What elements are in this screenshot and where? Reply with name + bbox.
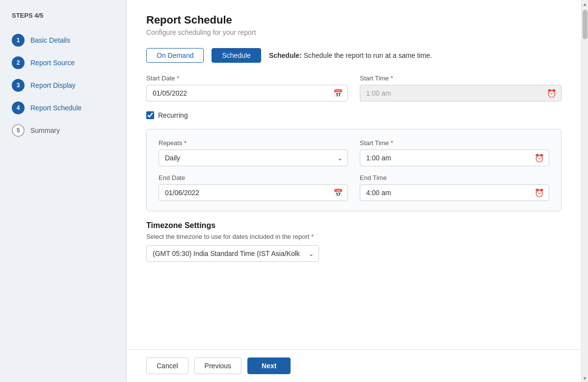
recurring-start-time-group: Start Time * ⏰ [360, 139, 549, 166]
steps-label: STEPS 4/5 [0, 12, 126, 29]
recurring-checkbox[interactable] [146, 111, 154, 119]
step-circle-4: 4 [12, 102, 25, 114]
sidebar-item-report-schedule[interactable]: 4 Report Schedule [0, 97, 126, 119]
timezone-select-wrapper: (GMT 05:30) India Standard Time (IST Asi… [146, 245, 319, 262]
recurring-start-time-wrapper: ⏰ [360, 150, 549, 166]
timezone-desc: Select the timezone to use for dates inc… [146, 233, 561, 240]
sidebar: STEPS 4/5 1 Basic Details 2 Report Sourc… [0, 0, 127, 382]
scrollbar-track: ▲ ▼ [581, 0, 588, 382]
end-time-label: End Time [360, 174, 549, 181]
step-circle-2: 2 [12, 56, 25, 69]
scrollbar-arrow-up[interactable]: ▲ [582, 0, 588, 8]
clock-icon-end[interactable]: ⏰ [535, 188, 544, 198]
recurring-start-time-label: Start Time * [360, 139, 549, 147]
recurring-start-time-input[interactable] [360, 150, 549, 166]
sidebar-item-label-2: Report Source [30, 59, 75, 67]
recurring-row: Recurring [146, 111, 561, 119]
start-date-label: Start Date * [146, 75, 348, 82]
start-date-group: Start Date * 📅 [146, 75, 348, 102]
footer: Cancel Previous Next [127, 349, 581, 382]
on-demand-button[interactable]: On Demand [146, 48, 204, 63]
main-content: Report Schedule Configure scheduling for… [127, 0, 581, 382]
step-circle-3: 3 [12, 79, 25, 92]
schedule-button[interactable]: Schedule [212, 48, 261, 63]
sidebar-item-label-1: Basic Details [30, 36, 70, 44]
cancel-button[interactable]: Cancel [146, 357, 188, 374]
end-date-label: End Date [159, 174, 348, 181]
end-time-group: End Time ⏰ [360, 174, 549, 201]
repeats-select-wrapper: Daily Weekly Monthly ⌄ [159, 150, 348, 166]
repeats-label: Repeats * [159, 139, 348, 147]
clock-icon-recurring-start[interactable]: ⏰ [535, 153, 544, 163]
start-time-top-input [360, 85, 561, 102]
timezone-section: Timezone Settings Select the timezone to… [146, 221, 561, 262]
sidebar-item-label-4: Report Schedule [30, 104, 81, 112]
sidebar-item-label-3: Report Display [30, 81, 76, 89]
start-date-input[interactable] [146, 85, 348, 102]
end-date-time-row: End Date 📅 End Time ⏰ [159, 174, 549, 201]
start-date-time-row: Start Date * 📅 Start Time * ⏰ [146, 75, 561, 102]
schedule-note-prefix: Schedule: [269, 51, 302, 59]
timezone-title: Timezone Settings [146, 221, 561, 230]
sidebar-item-report-source[interactable]: 2 Report Source [0, 51, 126, 74]
previous-button[interactable]: Previous [194, 357, 241, 374]
toggle-group: On Demand Schedule Schedule: Schedule th… [146, 48, 561, 63]
sidebar-item-label-5: Summary [30, 127, 60, 134]
clock-icon-top: ⏰ [547, 89, 557, 98]
next-button[interactable]: Next [247, 357, 291, 374]
scrollbar-arrow-down[interactable]: ▼ [582, 374, 588, 382]
end-time-wrapper: ⏰ [360, 184, 549, 201]
page-subtitle: Configure scheduling for your report [146, 28, 561, 36]
repeats-start-time-row: Repeats * Daily Weekly Monthly ⌄ Start T… [159, 139, 549, 166]
recurring-box: Repeats * Daily Weekly Monthly ⌄ Start T… [146, 129, 561, 211]
scrollbar-thumb[interactable] [583, 10, 588, 39]
content-area: Report Schedule Configure scheduling for… [127, 0, 581, 349]
end-time-input[interactable] [360, 184, 549, 201]
calendar-icon-end[interactable]: 📅 [333, 188, 343, 198]
step-circle-5: 5 [12, 124, 25, 137]
sidebar-item-report-display[interactable]: 3 Report Display [0, 74, 126, 97]
timezone-select[interactable]: (GMT 05:30) India Standard Time (IST Asi… [146, 245, 319, 262]
end-date-group: End Date 📅 [159, 174, 348, 201]
recurring-label: Recurring [158, 111, 188, 119]
start-time-top-wrapper: ⏰ [360, 85, 561, 102]
repeats-group: Repeats * Daily Weekly Monthly ⌄ [159, 139, 348, 166]
sidebar-item-basic-details[interactable]: 1 Basic Details [0, 29, 126, 51]
start-time-top-label: Start Time * [360, 75, 561, 82]
end-date-input[interactable] [159, 184, 348, 201]
repeats-select[interactable]: Daily Weekly Monthly [159, 150, 348, 166]
schedule-note: Schedule: Schedule the report to run at … [269, 51, 432, 59]
page-title: Report Schedule [146, 14, 561, 26]
start-time-top-group: Start Time * ⏰ [360, 75, 561, 102]
end-date-wrapper: 📅 [159, 184, 348, 201]
sidebar-item-summary[interactable]: 5 Summary [0, 119, 126, 142]
start-date-wrapper: 📅 [146, 85, 348, 102]
step-circle-1: 1 [12, 34, 25, 47]
calendar-icon[interactable]: 📅 [333, 89, 343, 98]
schedule-note-text: Schedule the report to run at a same tim… [302, 51, 432, 59]
